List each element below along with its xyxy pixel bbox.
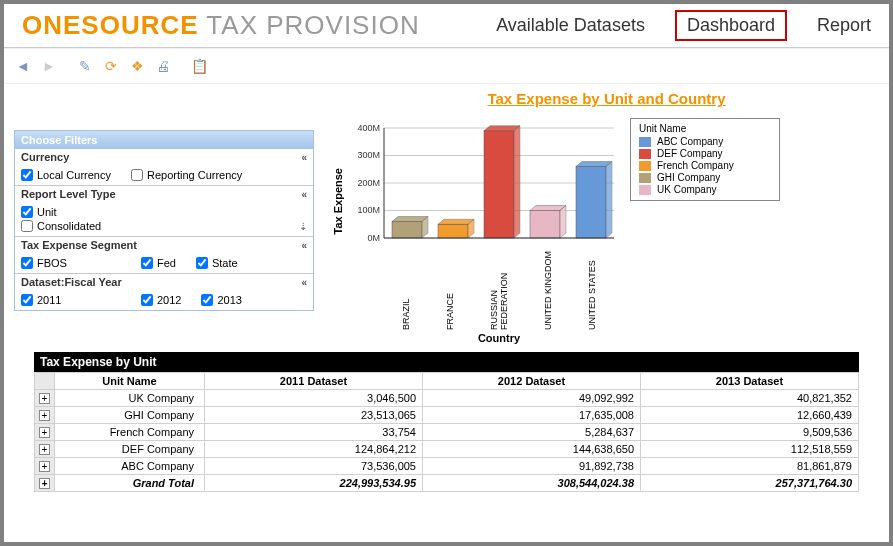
expand-header xyxy=(35,373,55,390)
cell-unit-name: ABC Company xyxy=(55,458,205,475)
edit-icon[interactable]: ✎ xyxy=(74,55,96,77)
th-unit[interactable]: Unit Name xyxy=(55,373,205,390)
legend-item[interactable]: DEF Company xyxy=(639,148,771,159)
cell-unit-name: UK Company xyxy=(55,390,205,407)
cell-2013: 9,509,536 xyxy=(641,424,859,441)
xcat-2: RUSSIAN FEDERATION xyxy=(489,250,509,330)
filter-tax-seg-title: Tax Expense Segment xyxy=(21,239,137,251)
print-icon[interactable]: 🖨 xyxy=(152,55,174,77)
cell-grand-label: Grand Total xyxy=(55,475,205,492)
legend-item[interactable]: ABC Company xyxy=(639,136,771,147)
nav-dashboard[interactable]: Dashboard xyxy=(675,10,787,41)
data-table: Unit Name 2011 Dataset 2012 Dataset 2013… xyxy=(34,372,859,492)
refresh-icon[interactable]: ⟳ xyxy=(100,55,122,77)
cb-fed[interactable]: Fed xyxy=(141,257,176,269)
ytick-4: 400M xyxy=(357,123,380,133)
cell-2011: 3,046,500 xyxy=(205,390,423,407)
nav-forward-icon[interactable]: ► xyxy=(38,55,60,77)
cell-2011: 73,536,005 xyxy=(205,458,423,475)
cell-grand-2012: 308,544,024.38 xyxy=(423,475,641,492)
th-2011[interactable]: 2011 Dataset xyxy=(205,373,423,390)
legend-item[interactable]: GHI Company xyxy=(639,172,771,183)
legend-label: UK Company xyxy=(657,184,716,195)
bar-france[interactable] xyxy=(438,224,468,238)
filter-section-fiscal-year: Dataset:Fiscal Year « 2011 2012 2013 xyxy=(15,274,313,310)
expand-row-button[interactable]: + xyxy=(35,475,55,492)
legend-swatch-icon xyxy=(639,173,651,183)
options-icon[interactable]: ❖ xyxy=(126,55,148,77)
cb-local-currency[interactable]: Local Currency xyxy=(21,169,111,181)
table-title: Tax Expense by Unit xyxy=(34,352,859,372)
cell-2012: 49,092,992 xyxy=(423,390,641,407)
nav-report[interactable]: Report xyxy=(817,15,871,36)
filter-report-level-title: Report Level Type xyxy=(21,188,116,200)
legend-label: DEF Company xyxy=(657,148,723,159)
top-nav: Available Datasets Dashboard Report xyxy=(496,10,871,41)
cb-consolidated[interactable]: Consolidated xyxy=(21,220,101,232)
collapse-icon[interactable]: « xyxy=(301,152,307,163)
th-2012[interactable]: 2012 Dataset xyxy=(423,373,641,390)
nav-available-datasets[interactable]: Available Datasets xyxy=(496,15,645,36)
cb-2011[interactable]: 2011 xyxy=(21,294,121,306)
grand-total-row: + Grand Total 224,993,534.95 308,544,024… xyxy=(35,475,859,492)
bar-russian-federation[interactable] xyxy=(484,131,514,238)
th-2013[interactable]: 2013 Dataset xyxy=(641,373,859,390)
brand-part1: ONESOURCE xyxy=(22,10,199,40)
table-row: + GHI Company 23,513,065 17,635,008 12,6… xyxy=(35,407,859,424)
legend-label: GHI Company xyxy=(657,172,720,183)
xcat-4: UNITED STATES xyxy=(587,250,597,330)
svg-marker-10 xyxy=(514,126,520,238)
table-row: + DEF Company 124,864,212 144,638,650 11… xyxy=(35,441,859,458)
expand-row-button[interactable]: + xyxy=(35,390,55,407)
filter-section-currency: Currency « Local Currency Reporting Curr… xyxy=(15,149,313,186)
brand-part2: TAX PROVISION xyxy=(199,10,420,40)
expand-row-button[interactable]: + xyxy=(35,407,55,424)
cell-2011: 23,513,065 xyxy=(205,407,423,424)
cell-unit-name: GHI Company xyxy=(55,407,205,424)
chart-column: Tax Expense by Unit and Country Tax Expe… xyxy=(334,90,879,344)
data-table-wrap: Tax Expense by Unit Unit Name 2011 Datas… xyxy=(34,352,859,492)
legend-item[interactable]: French Company xyxy=(639,160,771,171)
chart-title-link-wrap: Tax Expense by Unit and Country xyxy=(334,90,879,108)
cb-2012[interactable]: 2012 xyxy=(141,294,181,306)
nav-back-icon[interactable]: ◄ xyxy=(12,55,34,77)
report-toolbar: ◄ ► ✎ ⟳ ❖ 🖨 📋 xyxy=(4,48,889,84)
chart-legend: Unit Name ABC CompanyDEF CompanyFrench C… xyxy=(630,118,780,201)
main-content: Choose Filters Currency « Local Currency… xyxy=(4,84,889,344)
bar-brazil[interactable] xyxy=(392,222,422,239)
cell-2011: 124,864,212 xyxy=(205,441,423,458)
cell-2013: 12,660,439 xyxy=(641,407,859,424)
expand-row-button[interactable]: + xyxy=(35,424,55,441)
filter-section-report-level: Report Level Type « Unit Consolidated ⇣ xyxy=(15,186,313,237)
cb-fbos[interactable]: FBOS xyxy=(21,257,121,269)
legend-label: ABC Company xyxy=(657,136,723,147)
xcat-0: BRAZIL xyxy=(401,250,411,330)
legend-swatch-icon xyxy=(639,149,651,159)
cell-2011: 33,754 xyxy=(205,424,423,441)
legend-title: Unit Name xyxy=(639,123,771,134)
collapse-icon[interactable]: « xyxy=(301,277,307,288)
table-row: + ABC Company 73,536,005 91,892,738 81,8… xyxy=(35,458,859,475)
xcat-1: FRANCE xyxy=(445,250,455,330)
cb-unit[interactable]: Unit xyxy=(21,206,307,218)
copy-icon[interactable]: 📋 xyxy=(188,55,210,77)
scroll-down-icon[interactable]: ⇣ xyxy=(299,221,307,232)
xcat-3: UNITED KINGDOM xyxy=(543,250,553,330)
collapse-icon[interactable]: « xyxy=(301,189,307,200)
bar-united-kingdom[interactable] xyxy=(530,211,560,239)
cb-reporting-currency[interactable]: Reporting Currency xyxy=(131,169,242,181)
x-axis-labels: BRAZIL FRANCE RUSSIAN FEDERATION UNITED … xyxy=(384,250,614,330)
cb-2013[interactable]: 2013 xyxy=(201,294,301,306)
cb-state[interactable]: State xyxy=(196,257,296,269)
expand-row-button[interactable]: + xyxy=(35,458,55,475)
collapse-icon[interactable]: « xyxy=(301,240,307,251)
expand-row-button[interactable]: + xyxy=(35,441,55,458)
app-header: ONESOURCE TAX PROVISION Available Datase… xyxy=(4,4,889,48)
bar-united-states[interactable] xyxy=(576,167,606,239)
y-axis-title: Tax Expense xyxy=(332,168,344,234)
cell-grand-2011: 224,993,534.95 xyxy=(205,475,423,492)
legend-item[interactable]: UK Company xyxy=(639,184,771,195)
chart-title-link[interactable]: Tax Expense by Unit and Country xyxy=(487,90,725,107)
ytick-2: 200M xyxy=(357,178,380,188)
cell-2013: 81,861,879 xyxy=(641,458,859,475)
